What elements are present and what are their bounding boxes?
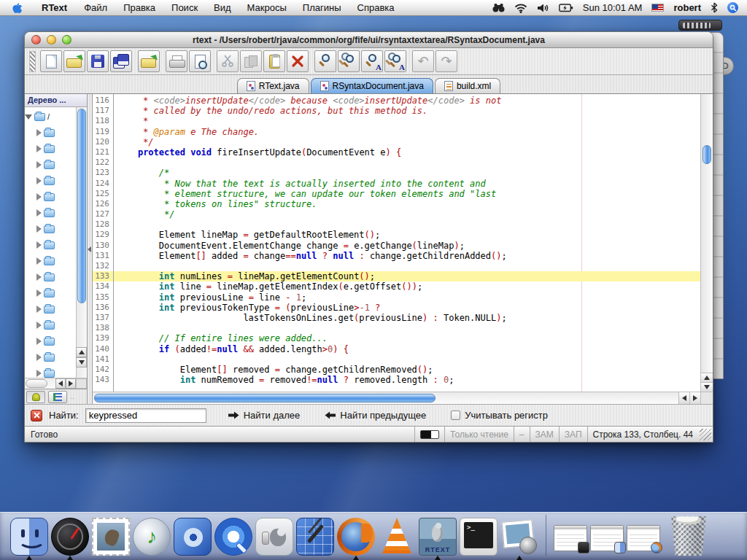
code-line-130[interactable]: 130 DocumentEvent.ElementChange change =… [93,241,700,251]
tab-build-xml[interactable]: build.xml [435,78,500,93]
code-line-127[interactable]: 127 */ [93,209,700,219]
print-preview-button[interactable] [189,50,211,72]
system-preferences-dock-icon[interactable] [255,518,293,556]
title-bar[interactable]: rtext - /Users/robert/rjava/common/org/f… [25,32,713,48]
app-menu-rtext[interactable]: RText [33,2,76,13]
print-button[interactable] [166,50,187,72]
code-line-125[interactable]: 125 * element structure, we can update o… [93,189,700,199]
tree-horizontal-scrollbar[interactable] [25,378,87,389]
wifi-icon[interactable] [514,3,527,13]
collapsed-arrow-icon[interactable] [36,322,42,329]
tree-hscroll-thumb[interactable] [26,379,47,388]
code-line-133[interactable]: 133 int numLines = lineMap.getElementCou… [93,271,700,281]
resize-grip[interactable] [700,429,711,440]
find-previous-button[interactable]: Найти предыдущее [325,410,426,421]
idvd-dock-icon[interactable] [174,518,212,556]
redo-button[interactable]: ↷ [436,50,457,72]
dock-item-idvd[interactable] [174,518,212,556]
collapsed-arrow-icon[interactable] [36,145,42,152]
menu-файл[interactable]: Файл [76,2,115,13]
collapsed-arrow-icon[interactable] [36,177,42,184]
new-file-button[interactable] [40,50,62,72]
collapsed-arrow-icon[interactable] [36,354,42,361]
collapsed-arrow-icon[interactable] [36,257,42,265]
save-button[interactable] [87,50,109,72]
collapsed-arrow-icon[interactable] [36,161,42,168]
file-tree-view-button[interactable] [26,391,45,403]
tree-item[interactable] [25,349,76,365]
replace-button[interactable]: A [361,50,383,72]
tree-scroll-down-button[interactable] [76,357,87,368]
collapsed-arrow-icon[interactable] [36,338,42,345]
tree-item[interactable] [25,157,76,173]
tree-item[interactable] [25,285,76,301]
editor-vertical-scrollbar[interactable] [700,94,713,392]
collapsed-arrow-icon[interactable] [36,273,42,281]
tree-scroll-up-button[interactable] [76,347,87,357]
code-line-143[interactable]: 143 int numRemoved = removed!=null ? rem… [93,375,700,385]
dashboard-dock-icon[interactable] [51,518,89,556]
code-line-136[interactable]: 136 int previousTokenType = (previousLin… [93,303,700,313]
dock-item-vlc[interactable] [378,518,416,556]
tab-rtext-java[interactable]: RText.java [237,78,309,93]
editor-hscroll-thumb[interactable] [94,394,436,402]
finder-dock-icon[interactable] [10,518,48,556]
trash-icon[interactable] [669,515,708,556]
code-editor[interactable]: 116 * <code>insertUpdate</code> because … [93,94,713,404]
dock-item-system-preferences[interactable] [255,518,293,556]
copy-button[interactable] [240,50,262,72]
tree-item[interactable] [25,301,76,317]
code-line-124[interactable]: 124 * Now that the text is actually inse… [93,179,700,189]
dock-item-mail[interactable] [92,518,130,556]
editor-scroll-left-button[interactable] [678,392,689,404]
code-line-140[interactable]: 140 if (added!=null && added.length>0) { [93,344,700,354]
code-line-119[interactable]: 119 * @param e The change. [93,127,700,137]
editor-scroll-down-button[interactable] [701,382,713,392]
code-line-138[interactable]: 138 [93,323,700,333]
expose-binoculars-icon[interactable] [492,2,505,13]
collapsed-arrow-icon[interactable] [36,129,42,136]
code-line-118[interactable]: 118 * [93,116,700,126]
tree-item[interactable] [25,317,76,333]
tree-item[interactable] [25,253,76,269]
tree-vertical-scrollbar[interactable] [76,107,87,378]
dock-item-rtext[interactable]: RTEXT [419,518,457,556]
dock-item-preview[interactable] [500,518,538,556]
tree-item[interactable] [25,269,76,285]
editor-horizontal-scrollbar[interactable] [93,392,700,404]
menu-поиск[interactable]: Поиск [163,2,206,13]
editor-vscroll-thumb[interactable] [703,145,711,164]
tree-scroll-right-button[interactable] [66,378,76,389]
input-language-us-flag-icon[interactable] [651,4,664,12]
apple-menu-icon[interactable] [0,2,33,14]
code-line-122[interactable]: 122 [93,158,700,168]
code-line-128[interactable]: 128 [93,219,700,230]
code-line-116[interactable]: 116 * <code>insertUpdate</code> because … [93,96,700,106]
tree-item[interactable] [25,333,76,349]
collapsed-arrow-icon[interactable] [36,289,42,297]
minimized-window-firefox[interactable] [627,525,660,551]
code-line-139[interactable]: 139 // If entire lines were added... [93,333,700,343]
menu-clock[interactable]: Sun 10:01 AM [583,2,643,13]
collapsed-arrow-icon[interactable] [36,193,42,201]
dock-item-dashboard[interactable] [51,518,89,556]
code-line-135[interactable]: 135 int previousLine = line - 1; [93,292,700,303]
xcode-dock-icon[interactable] [296,518,334,556]
editor-scroll-up-button[interactable] [701,373,713,382]
tree-item-root[interactable]: / [25,109,76,125]
dock-item-quicktime[interactable] [214,518,252,556]
code-line-129[interactable]: 129 Element lineMap = getDefaultRootElem… [93,230,700,240]
code-line-131[interactable]: 131 Element[] added = change==null ? nul… [93,251,700,261]
paste-button[interactable] [263,50,285,72]
open-new-button[interactable] [138,50,160,72]
tree-item[interactable] [25,173,76,189]
code-line-132[interactable]: 132 [93,261,700,271]
dock-item-itunes[interactable] [133,518,171,556]
quicktime-dock-icon[interactable] [214,518,252,556]
code-line-126[interactable]: 126 * tokens on lines" structure. [93,199,700,209]
search-input[interactable] [85,408,206,423]
cut-button[interactable] [217,50,239,72]
spotlight-icon[interactable] [727,2,738,13]
expanded-arrow-icon[interactable] [25,114,32,120]
code-line-141[interactable]: 141 [93,354,700,365]
